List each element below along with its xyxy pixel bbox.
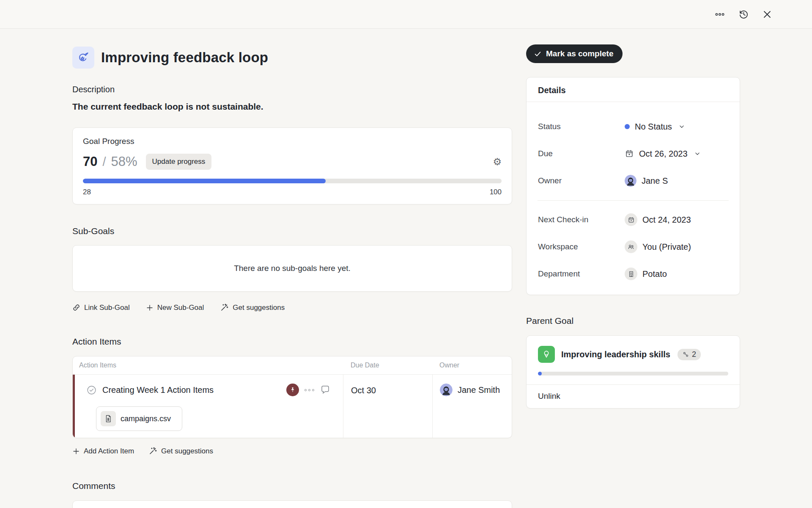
goal-detail-sidebar: Mark as complete Details Status No Statu… [526,29,740,508]
action-item-color-bar [73,375,75,438]
get-suggestions-button[interactable]: Get suggestions [148,447,213,456]
parent-goal-icon [538,346,555,363]
parent-goal-heading: Parent Goal [526,316,740,326]
settings-gear-icon[interactable]: ⚙ [493,157,502,167]
avatar [440,384,453,396]
history-icon[interactable] [738,8,749,20]
link-sub-goal-button[interactable]: Link Sub-Goal [72,304,130,312]
add-action-item-button[interactable]: Add Action Item [72,447,134,456]
action-item-owner[interactable]: Jane Smith [458,385,500,395]
due-value[interactable]: Oct 26, 2023 [625,149,701,159]
detail-row-next-checkin: Next Check-in Oct 24, 2023 [527,212,740,228]
action-items-header-row: Action Items Due Date Owner [73,356,512,374]
progress-separator: / [102,155,106,169]
parent-goal-progress-bar [538,372,728,375]
plus-icon [72,447,80,455]
action-item-due-date[interactable]: Oct 30 [351,386,376,395]
goal-progress-label: Goal Progress [83,137,502,146]
action-items-toolbar: Add Action Item Get suggestions [72,447,512,456]
progress-max: 100 [490,188,502,196]
wand-icon [148,447,157,456]
due-label: Due [538,149,625,158]
column-header-due-date: Due Date [343,356,432,374]
parent-goal-card: Improving leadership skills 2 Unlin [526,335,740,409]
status-value[interactable]: No Status [625,122,686,132]
action-items-heading: Action Items [72,337,512,347]
detail-row-status: Status No Status [527,119,740,135]
sub-goals-empty-card: There are no sub-goals here yet. [72,245,512,292]
window-toolbar [0,0,812,29]
comment-bubble-icon[interactable] [320,385,330,395]
goal-progress-card: Goal Progress 70 / 58% Update progress ⚙… [72,127,512,204]
column-header-owner: Owner [432,356,512,374]
page-title: Improving feedback loop [101,50,268,66]
goal-progress-bar [83,179,502,183]
progress-min: 28 [83,188,91,196]
description-label: Description [72,85,512,94]
workspace-value[interactable]: You (Private) [625,240,691,253]
calendar-icon [625,213,637,226]
detail-row-owner: Owner Jane S [527,173,740,189]
unlink-button[interactable]: Unlink [538,392,560,401]
link-icon [72,304,80,312]
sub-goals-heading: Sub-Goals [72,226,512,236]
comments-heading: Comments [72,481,512,491]
new-sub-goal-button[interactable]: New Sub-Goal [146,304,204,312]
goal-comet-icon [72,47,94,69]
pushpin-icon[interactable] [286,384,299,396]
attachment-chip[interactable]: campaigns.csv [96,406,182,431]
chevron-down-icon [678,123,686,130]
description-text[interactable]: The current feedback loop is not sustain… [72,102,512,112]
goal-progress-fill [83,179,326,183]
sub-goals-empty-text: There are no sub-goals here yet. [234,264,351,273]
subgoal-count: 2 [692,350,696,359]
goal-title-row: Improving feedback loop [72,47,512,69]
action-item-title[interactable]: Creating Week 1 Action Items [102,385,214,395]
mark-as-complete-button[interactable]: Mark as complete [526,44,623,63]
status-label: Status [538,122,625,131]
avatar [625,175,636,187]
details-card: Details Status No Status Due [526,77,740,295]
workspace-label: Workspace [538,242,625,251]
people-icon [625,240,637,253]
next-checkin-label: Next Check-in [538,215,625,224]
status-dot-icon [625,124,630,129]
plus-icon [146,304,154,312]
goal-detail-main: Improving feedback loop Description The … [72,29,512,508]
subgoal-count-icon [682,351,689,358]
detail-row-workspace: Workspace You (Private) [527,239,740,255]
parent-goal-progress-fill [538,372,542,375]
check-icon [534,50,542,58]
update-progress-button[interactable]: Update progress [146,154,212,170]
details-heading: Details [527,77,740,102]
file-icon [101,411,116,426]
wand-icon [220,303,229,312]
calendar-icon [625,149,634,158]
action-item-row[interactable]: Creating Week 1 Action Items [73,374,512,438]
next-checkin-value[interactable]: Oct 24, 2023 [625,213,691,226]
department-label: Department [538,269,625,279]
comments-empty-card: There are no comments here yet. [72,500,512,508]
sub-goals-toolbar: Link Sub-Goal New Sub-Goal Get suggestio… [72,303,512,312]
progress-percent-value: 58% [111,154,137,169]
department-value[interactable]: Potato [625,268,667,280]
building-icon [625,268,637,280]
more-options-icon[interactable] [714,8,726,20]
detail-row-department: Department Potato [527,266,740,282]
get-suggestions-button[interactable]: Get suggestions [220,303,285,312]
owner-label: Owner [538,176,625,185]
attachment-name: campaigns.csv [121,414,171,423]
subgoal-count-badge: 2 [678,349,701,360]
chevron-down-icon [694,150,701,157]
divider [538,200,729,201]
column-header-action-items: Action Items [73,362,343,369]
close-icon[interactable] [761,8,773,20]
owner-value[interactable]: Jane S [625,175,668,187]
detail-row-due: Due Oct 26, 2023 [527,146,740,162]
check-circle-icon[interactable] [86,385,97,395]
parent-goal-title[interactable]: Improving leadership skills [561,350,670,359]
action-items-table: Action Items Due Date Owner Creating Wee… [72,356,512,438]
row-more-options-icon[interactable] [304,389,314,391]
progress-current-value: 70 [83,154,97,169]
